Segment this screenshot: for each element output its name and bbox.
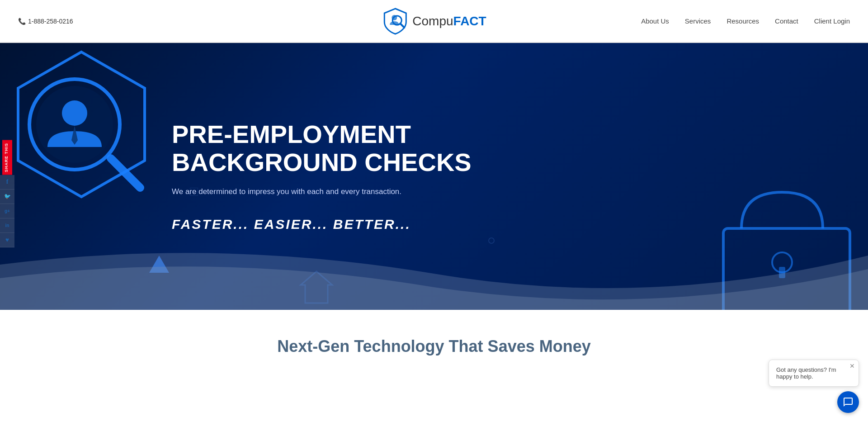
logo-icon <box>382 8 409 35</box>
logo-text: CompuFACT <box>412 14 486 28</box>
logo[interactable]: CompuFACT <box>382 8 486 35</box>
hero-subtitle: We are determined to impress you with ea… <box>172 188 561 197</box>
svg-line-8 <box>111 158 140 188</box>
share-sidebar: SHARE THIS f 🐦 g+ in ♥ <box>0 140 14 247</box>
below-hero-title: Next-Gen Technology That Saves Money <box>18 337 850 356</box>
nav-services[interactable]: Services <box>685 17 711 25</box>
share-googleplus[interactable]: g+ <box>0 204 14 218</box>
phone-icon: 📞 <box>18 18 26 25</box>
nav-resources[interactable]: Resources <box>726 17 759 25</box>
share-twitter[interactable]: 🐦 <box>0 190 14 204</box>
chat-message: Got any questions? I'm happy to help. <box>776 366 836 374</box>
share-facebook[interactable]: f <box>0 175 14 190</box>
main-nav: About Us Services Resources Contact Clie… <box>641 17 850 25</box>
header: 📞 1-888-258-0216 CompuFACT About Us Serv… <box>0 0 868 43</box>
svg-point-6 <box>62 100 87 126</box>
phone-number: 📞 1-888-258-0216 <box>18 18 73 25</box>
chat-widget: ✕ Got any questions? I'm happy to help. <box>769 360 859 374</box>
svg-marker-12 <box>301 271 332 303</box>
nav-client-login[interactable]: Client Login <box>814 17 850 25</box>
chat-bubble: ✕ Got any questions? I'm happy to help. <box>769 360 859 374</box>
phone-text: 1-888-258-0216 <box>28 18 73 25</box>
hero-content: PRE-EMPLOYMENT BACKGROUND CHECKS We are … <box>172 120 561 232</box>
share-heart[interactable]: ♥ <box>0 233 14 247</box>
share-label[interactable]: SHARE THIS <box>2 140 12 175</box>
hero-title: PRE-EMPLOYMENT BACKGROUND CHECKS <box>172 120 561 176</box>
svg-line-2 <box>400 24 404 28</box>
share-linkedin[interactable]: in <box>0 218 14 233</box>
hero-wave <box>0 228 868 310</box>
share-icons: f 🐦 g+ in ♥ <box>0 175 14 247</box>
chat-close-button[interactable]: ✕ <box>849 363 855 369</box>
hero-tagline: FASTER... EASIER... BETTER... <box>172 217 561 232</box>
deco-house-mid <box>298 269 335 307</box>
nav-contact[interactable]: Contact <box>775 17 798 25</box>
nav-about-us[interactable]: About Us <box>641 17 669 25</box>
below-hero-section: Next-Gen Technology That Saves Money <box>0 310 868 374</box>
hero-section: PRE-EMPLOYMENT BACKGROUND CHECKS We are … <box>0 43 868 310</box>
hero-left-graphic <box>0 43 163 233</box>
